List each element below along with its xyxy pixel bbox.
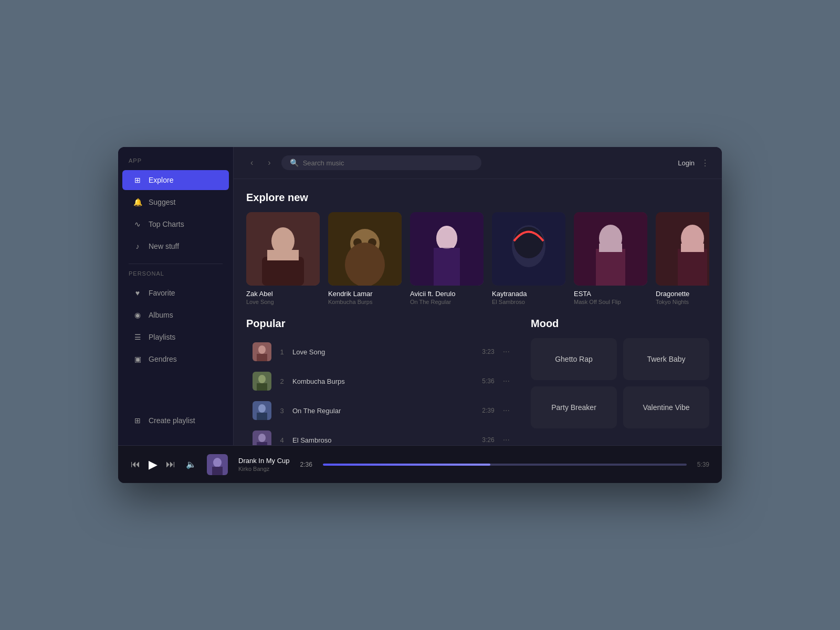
card-image-kendrik xyxy=(328,212,402,286)
track-duration-4: 3:26 xyxy=(482,436,494,444)
svg-rect-42 xyxy=(212,467,223,475)
app-label: App xyxy=(118,158,233,169)
search-input[interactable] xyxy=(303,159,474,167)
svg-point-41 xyxy=(213,458,222,467)
track-name-2: Kombucha Burps xyxy=(292,377,476,385)
card-name-zak-abel: Zak Abel xyxy=(246,290,320,298)
track-thumb-2 xyxy=(253,372,271,391)
track-more-button-4[interactable]: ··· xyxy=(501,435,512,445)
more-options-button[interactable]: ⋮ xyxy=(701,158,709,168)
explore-card-kaytranada[interactable]: Kaytranada El Sambroso xyxy=(492,212,565,305)
next-button[interactable]: ⏭ xyxy=(166,459,175,470)
top-charts-icon: ∿ xyxy=(133,219,142,229)
track-thumb-4 xyxy=(253,430,271,445)
create-playlist-label: Create playlist xyxy=(149,416,195,425)
track-item[interactable]: 3 On The Regular 2:39 ··· xyxy=(246,397,518,424)
explore-card-kendrik[interactable]: Kendrik Lamar Kombucha Burps xyxy=(328,212,402,305)
track-num-1: 1 xyxy=(278,348,286,356)
sidebar-item-explore[interactable]: ⊞ Explore xyxy=(122,170,229,190)
explore-card-avicii[interactable]: Avicii ft. Derulo On The Regular xyxy=(410,212,484,305)
popular-title: Popular xyxy=(246,318,518,330)
gendres-label: Gendres xyxy=(149,355,177,363)
track-duration-1: 3:23 xyxy=(482,348,494,355)
popular-section: Popular 1 Love Song 3:23 ··· xyxy=(246,318,518,445)
explore-card-zak-abel[interactable]: Zak Abel Love Song xyxy=(246,212,320,305)
track-duration-3: 2:39 xyxy=(482,407,494,414)
track-more-button-2[interactable]: ··· xyxy=(501,376,512,386)
mood-section: Mood Ghetto Rap Twerk Baby Party Breaker… xyxy=(531,318,709,445)
sidebar-item-new-stuff[interactable]: ♪ New stuff xyxy=(122,236,229,256)
suggest-icon: 🔔 xyxy=(133,197,142,207)
player: ⏮ ▶ ⏭ 🔈 Drank In My Cup Kirko Bangz 2:36… xyxy=(118,445,722,483)
mood-card-ghetto-rap[interactable]: Ghetto Rap xyxy=(531,338,617,380)
track-duration-2: 5:36 xyxy=(482,377,494,385)
add-icon: ⊞ xyxy=(133,416,142,425)
svg-point-8 xyxy=(345,243,385,286)
svg-rect-24 xyxy=(681,244,704,252)
sidebar-item-favorite[interactable]: ♥ Favorite xyxy=(122,283,229,303)
explore-card-dragonette[interactable]: Dragonette Tokyo Nights xyxy=(656,212,709,305)
track-more-button-1[interactable]: ··· xyxy=(501,347,512,356)
track-thumb-1 xyxy=(253,342,271,361)
mood-card-valentine-vibe[interactable]: Valentine Vibe xyxy=(623,386,709,428)
app-window: App ⊞ Explore 🔔 Suggest ∿ Top Charts ♪ N… xyxy=(118,147,722,483)
previous-button[interactable]: ⏮ xyxy=(131,459,140,470)
explore-section: Explore new Zak Abel xyxy=(246,192,709,305)
explore-cards: Zak Abel Love Song xyxy=(246,212,709,305)
login-button[interactable]: Login xyxy=(678,159,695,167)
track-more-button-3[interactable]: ··· xyxy=(501,406,512,415)
create-playlist-button[interactable]: ⊞ Create playlist xyxy=(122,411,229,430)
search-icon: 🔍 xyxy=(290,159,299,167)
track-item[interactable]: 1 Love Song 3:23 ··· xyxy=(246,338,518,365)
track-name-1: Love Song xyxy=(292,348,476,356)
track-item[interactable]: 4 El Sambroso 3:26 ··· xyxy=(246,426,518,445)
svg-rect-19 xyxy=(596,249,625,286)
card-sub-dragonette: Tokyo Nights xyxy=(656,299,709,305)
svg-rect-3 xyxy=(267,250,299,260)
track-num-3: 3 xyxy=(278,407,286,415)
volume-icon: 🔈 xyxy=(186,459,196,469)
card-name-kaytranada: Kaytranada xyxy=(492,290,565,298)
progress-fill xyxy=(323,464,490,466)
sidebar-item-playlists[interactable]: ☰ Playlists xyxy=(122,327,229,347)
svg-rect-27 xyxy=(257,354,267,361)
sidebar-item-top-charts[interactable]: ∿ Top Charts xyxy=(122,214,229,234)
card-sub-zak-abel: Love Song xyxy=(246,299,320,305)
card-name-dragonette: Dragonette xyxy=(656,290,709,298)
player-track-info: Drank In My Cup Kirko Bangz xyxy=(238,457,290,472)
card-image-dragonette xyxy=(656,212,709,286)
albums-label: Albums xyxy=(149,311,173,319)
playlists-label: Playlists xyxy=(149,333,175,341)
forward-button[interactable]: › xyxy=(264,156,275,170)
heart-icon: ♥ xyxy=(133,288,142,298)
track-item[interactable]: 2 Kombucha Burps 5:36 ··· xyxy=(246,368,518,395)
main-area: App ⊞ Explore 🔔 Suggest ∿ Top Charts ♪ N… xyxy=(118,147,722,445)
track-num-4: 4 xyxy=(278,436,286,444)
gendres-icon: ▣ xyxy=(133,354,142,364)
progress-bar[interactable] xyxy=(323,464,687,466)
sidebar-item-gendres[interactable]: ▣ Gendres xyxy=(122,349,229,369)
card-image-avicii xyxy=(410,212,484,286)
sidebar: App ⊞ Explore 🔔 Suggest ∿ Top Charts ♪ N… xyxy=(118,147,234,445)
scroll-content: Explore new Zak Abel xyxy=(234,179,722,445)
sidebar-item-albums[interactable]: ◉ Albums xyxy=(122,305,229,325)
mood-card-party-breaker[interactable]: Party Breaker xyxy=(531,386,617,428)
svg-rect-23 xyxy=(678,249,707,286)
sidebar-item-suggest[interactable]: 🔔 Suggest xyxy=(122,192,229,212)
new-stuff-icon: ♪ xyxy=(133,242,142,251)
suggest-label: Suggest xyxy=(149,198,175,206)
content-area: ‹ › 🔍 Login ⋮ Explore new xyxy=(234,147,722,445)
back-button[interactable]: ‹ xyxy=(246,156,257,170)
svg-point-29 xyxy=(258,375,266,383)
play-button[interactable]: ▶ xyxy=(149,458,158,471)
card-sub-kendrik: Kombucha Burps xyxy=(328,299,402,305)
track-thumb-3 xyxy=(253,401,271,420)
track-num-2: 2 xyxy=(278,377,286,385)
mood-card-twerk-baby[interactable]: Twerk Baby xyxy=(623,338,709,380)
svg-rect-33 xyxy=(257,413,267,420)
card-image-zak-abel xyxy=(246,212,320,286)
svg-point-26 xyxy=(258,345,266,354)
card-name-esta: ESTA xyxy=(574,290,647,298)
explore-card-esta[interactable]: ESTA Mask Off Soul Flip xyxy=(574,212,647,305)
top-charts-label: Top Charts xyxy=(149,220,184,228)
